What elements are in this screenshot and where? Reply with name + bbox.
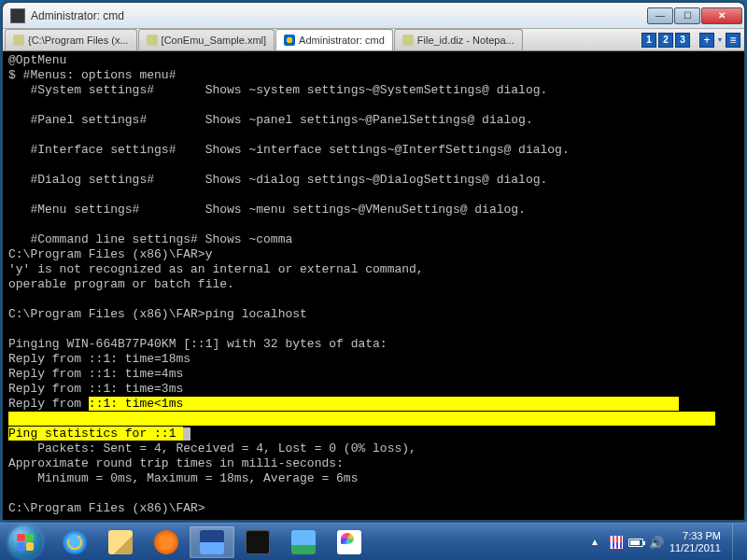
console-3-button[interactable]: 3 bbox=[675, 33, 690, 48]
close-button[interactable]: ✕ bbox=[701, 7, 742, 24]
media-player-icon bbox=[154, 530, 178, 554]
console-1-button[interactable]: 1 bbox=[641, 33, 656, 48]
file-icon bbox=[402, 35, 414, 46]
tab-label: [ConEmu_Sample.xml] bbox=[162, 35, 267, 46]
battery-icon[interactable] bbox=[628, 539, 643, 547]
app-window: Administrator: cmd — ☐ ✕ {C:\Program Fil… bbox=[2, 2, 745, 521]
tab-label: File_id.diz - Notepa... bbox=[417, 35, 514, 46]
minimize-button[interactable]: — bbox=[647, 7, 673, 24]
windows-logo-icon bbox=[8, 525, 42, 559]
cmd-icon bbox=[246, 530, 270, 554]
clock[interactable]: 7:33 PM 11/21/2011 bbox=[669, 530, 721, 554]
volume-icon[interactable]: 🔊 bbox=[649, 536, 662, 549]
tab-label: Administrator: cmd bbox=[299, 35, 385, 46]
taskbar-conemu[interactable] bbox=[190, 526, 234, 558]
taskbar-pictures[interactable] bbox=[281, 526, 326, 558]
tabbar-spacer bbox=[524, 29, 641, 50]
show-desktop-button[interactable] bbox=[732, 524, 741, 561]
clock-time: 7:33 PM bbox=[669, 530, 721, 542]
taskbar-explorer[interactable] bbox=[98, 526, 143, 558]
clock-date: 11/21/2011 bbox=[669, 542, 721, 554]
tabbar-controls: 1 2 3 + ▾ bbox=[641, 29, 744, 50]
maximize-button[interactable]: ☐ bbox=[674, 7, 700, 24]
menu-button[interactable] bbox=[726, 33, 740, 48]
tray-icons: 🔊 bbox=[610, 536, 662, 549]
terminal-output[interactable]: @OptMenu$ #Menus: options menu# #System … bbox=[3, 51, 744, 520]
show-hidden-icons[interactable]: ▲ bbox=[587, 537, 602, 547]
tab-far-files[interactable]: {C:\Program Files (x... bbox=[5, 29, 137, 50]
taskbar-items bbox=[50, 524, 374, 560]
tab-admin-cmd[interactable]: Administrator: cmd bbox=[275, 29, 393, 50]
app-icon bbox=[10, 8, 25, 23]
tab-label: {C:\Program Files (x... bbox=[28, 35, 129, 46]
taskbar: ▲ 🔊 7:33 PM 11/21/2011 bbox=[0, 523, 747, 560]
window-title: Administrator: cmd bbox=[31, 9, 647, 22]
taskbar-ie[interactable] bbox=[52, 526, 97, 558]
shield-icon bbox=[284, 35, 295, 46]
taskbar-media-player[interactable] bbox=[144, 526, 189, 558]
paint-icon bbox=[337, 530, 361, 554]
system-tray: ▲ 🔊 7:33 PM 11/21/2011 bbox=[587, 524, 747, 560]
titlebar[interactable]: Administrator: cmd — ☐ ✕ bbox=[3, 3, 744, 29]
dropdown-icon[interactable]: ▾ bbox=[716, 33, 724, 48]
console-2-button[interactable]: 2 bbox=[658, 33, 673, 48]
file-icon bbox=[147, 35, 158, 46]
explorer-icon bbox=[108, 530, 133, 554]
window-controls: — ☐ ✕ bbox=[647, 7, 742, 24]
ie-icon bbox=[63, 530, 87, 554]
taskbar-cmd[interactable] bbox=[235, 526, 280, 558]
new-console-button[interactable]: + bbox=[699, 33, 714, 48]
taskbar-paint[interactable] bbox=[327, 526, 372, 558]
conemu-icon bbox=[200, 530, 224, 554]
start-button[interactable] bbox=[0, 524, 50, 561]
folder-icon bbox=[13, 35, 24, 46]
tab-conemu-sample[interactable]: [ConEmu_Sample.xml] bbox=[138, 29, 275, 50]
tab-bar: {C:\Program Files (x... [ConEmu_Sample.x… bbox=[3, 29, 744, 51]
tab-notepad[interactable]: File_id.diz - Notepa... bbox=[394, 29, 523, 50]
action-center-icon[interactable] bbox=[610, 536, 623, 549]
picture-icon bbox=[291, 530, 316, 554]
